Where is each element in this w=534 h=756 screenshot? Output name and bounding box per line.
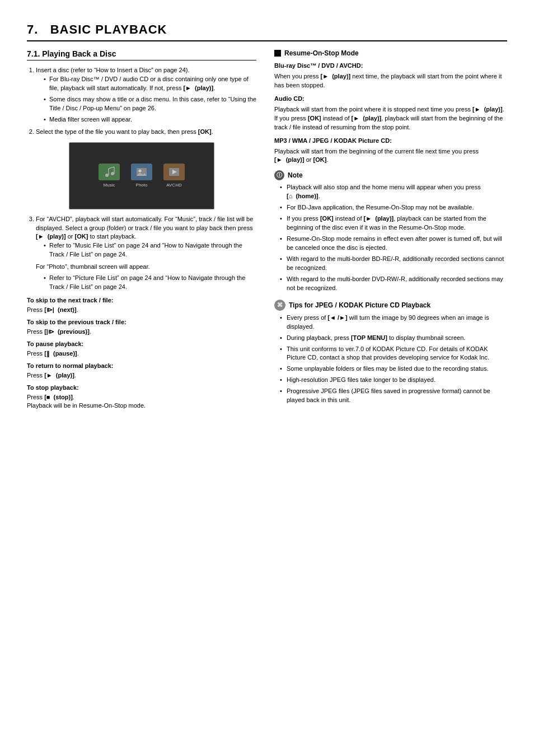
tips-item-6: Progressive JPEG files (JPEG files saved… bbox=[280, 387, 507, 405]
resume-block: Resume-On-Stop Mode Blu-ray Disc™ / DVD … bbox=[274, 49, 507, 165]
step-1-text: Insert a disc (refer to “How to Insert a… bbox=[36, 67, 190, 73]
note-box: Ⓘ Note Playback will also stop and the h… bbox=[274, 170, 507, 292]
skip-next-press: Press [⧐| (next)]. bbox=[27, 306, 256, 315]
skip-prev-label: To skip to the previous track / file: bbox=[27, 318, 256, 327]
note-item-6: With regard to the multi-border DVD-RW/-… bbox=[280, 275, 507, 293]
tips-icon: ⌘ bbox=[274, 300, 285, 311]
resume-icon bbox=[274, 50, 281, 57]
chapter-number: 7. bbox=[27, 22, 38, 36]
tips-list: Every press of [◄ /►] will turn the imag… bbox=[274, 314, 507, 405]
tips-title: Tips for JPEG / KODAK Picture CD Playbac… bbox=[289, 301, 430, 309]
step-3-photo-bullet: Refer to “Picture File List” on page 24 … bbox=[44, 274, 256, 292]
section-title: 7.1. Playing Back a Disc bbox=[27, 49, 256, 60]
music-label: Music bbox=[104, 183, 115, 188]
step-3-photo-bullets: Refer to “Picture File List” on page 24 … bbox=[36, 274, 256, 292]
tips-item-5: High-resolution JPEG files take longer t… bbox=[280, 376, 507, 385]
note-header: Ⓘ Note bbox=[274, 170, 507, 180]
audiocd-text: Playback will start from the point where… bbox=[274, 105, 507, 132]
photo-label: Photo bbox=[136, 183, 148, 188]
main-steps: Insert a disc (refer to “How to Insert a… bbox=[27, 66, 256, 137]
photo-icon-shape bbox=[131, 164, 152, 180]
note-icon: Ⓘ bbox=[274, 170, 284, 180]
step-3-music-bullet: Refer to “Music File List” on page 24 an… bbox=[44, 241, 256, 259]
skip-normal-label: To return to normal playback: bbox=[27, 362, 256, 371]
chapter-title: 7. BASIC PLAYBACK bbox=[27, 22, 507, 41]
note-item-5: With regard to the multi-border BD-RE/-R… bbox=[280, 255, 507, 273]
bluray-subsection-title: Blu-ray Disc™ / DVD / AVCHD: bbox=[274, 62, 507, 71]
tips-item-2: During playback, press [TOP MENU] to dis… bbox=[280, 334, 507, 343]
step-1-bullets: For Blu-ray Disc™ / DVD / audio CD or a … bbox=[36, 75, 256, 124]
mp3-subsection-title: MP3 / WMA / JPEG / KODAK Picture CD: bbox=[274, 137, 507, 146]
note-list: Playback will also stop and the home men… bbox=[274, 183, 507, 292]
skip-pause-press: Press [‖ (pause)]. bbox=[27, 349, 256, 358]
note-item-2: For BD-Java application, the Resume-On-S… bbox=[280, 203, 507, 212]
media-icon-music: Music bbox=[99, 164, 120, 188]
step-3: For “AVCHD”, playback will start automat… bbox=[36, 215, 256, 292]
step-1-bullet-3: Media filter screen will appear. bbox=[44, 115, 256, 124]
avchd-label: AVCHD bbox=[166, 183, 181, 188]
chapter-name: BASIC PLAYBACK bbox=[50, 22, 167, 36]
skip-prev-press: Press [|⧐ (previous)]. bbox=[27, 328, 256, 337]
svg-line-4 bbox=[109, 167, 114, 169]
resume-header: Resume-On-Stop Mode bbox=[274, 49, 507, 57]
right-column: Resume-On-Stop Mode Blu-ray Disc™ / DVD … bbox=[274, 49, 507, 413]
step-1-bullet-2: Some discs may show a title or a disc me… bbox=[44, 95, 256, 113]
svg-point-1 bbox=[111, 172, 114, 175]
mp3-text: Playback will start from the beginning o… bbox=[274, 147, 507, 165]
note-item-4: Resume-On-Stop mode remains in effect ev… bbox=[280, 235, 507, 253]
note-title: Note bbox=[288, 171, 303, 179]
note-item-3: If you press [OK] instead of [► (play)],… bbox=[280, 214, 507, 232]
step-3-list: For “AVCHD”, playback will start automat… bbox=[27, 215, 256, 292]
tips-box: ⌘ Tips for JPEG / KODAK Picture CD Playb… bbox=[274, 300, 507, 405]
media-icon-photo: Photo bbox=[131, 164, 152, 188]
avchd-icon-shape bbox=[163, 164, 185, 180]
left-column: 7.1. Playing Back a Disc Insert a disc (… bbox=[27, 49, 256, 413]
svg-point-0 bbox=[105, 174, 109, 177]
resume-title: Resume-On-Stop Mode bbox=[284, 49, 359, 57]
skip-items: To skip to the next track / file: Press … bbox=[27, 296, 256, 410]
bluray-text: When you press [► (play)] next time, the… bbox=[274, 72, 507, 90]
tips-item-1: Every press of [◄ /►] will turn the imag… bbox=[280, 314, 507, 332]
note-item-1: Playback will also stop and the home men… bbox=[280, 183, 507, 201]
skip-pause-label: To pause playback: bbox=[27, 340, 256, 349]
step-2-text: Select the type of the file you want to … bbox=[36, 128, 213, 135]
step-2: Select the type of the file you want to … bbox=[36, 128, 256, 137]
step-1: Insert a disc (refer to “How to Insert a… bbox=[36, 66, 256, 124]
step-3-text: For “AVCHD”, playback will start automat… bbox=[36, 216, 253, 240]
tips-header: ⌘ Tips for JPEG / KODAK Picture CD Playb… bbox=[274, 300, 507, 311]
step-1-bullet-1: For Blu-ray Disc™ / DVD / audio CD or a … bbox=[44, 75, 256, 93]
tips-item-3: This unit conforms to ver.7.0 of KODAK P… bbox=[280, 345, 507, 363]
media-thumbnail-box: Music Photo bbox=[69, 142, 214, 209]
skip-next-label: To skip to the next track / file: bbox=[27, 296, 256, 305]
skip-stop-press: Press [■ (stop)].Playback will be in Res… bbox=[27, 393, 256, 411]
media-icon-avchd: AVCHD bbox=[163, 164, 185, 188]
skip-stop-label: To stop playback: bbox=[27, 384, 256, 393]
skip-normal-press: Press [► (play)]. bbox=[27, 371, 256, 380]
audiocd-subsection-title: Audio CD: bbox=[274, 95, 507, 104]
step-3-photo-text: For “Photo”, thumbnail screen will appea… bbox=[36, 263, 256, 272]
svg-point-6 bbox=[139, 170, 142, 172]
step-3-music-bullets: Refer to “Music File List” on page 24 an… bbox=[36, 241, 256, 259]
tips-item-4: Some unplayable folders or files may be … bbox=[280, 365, 507, 374]
music-icon-shape bbox=[99, 164, 120, 180]
